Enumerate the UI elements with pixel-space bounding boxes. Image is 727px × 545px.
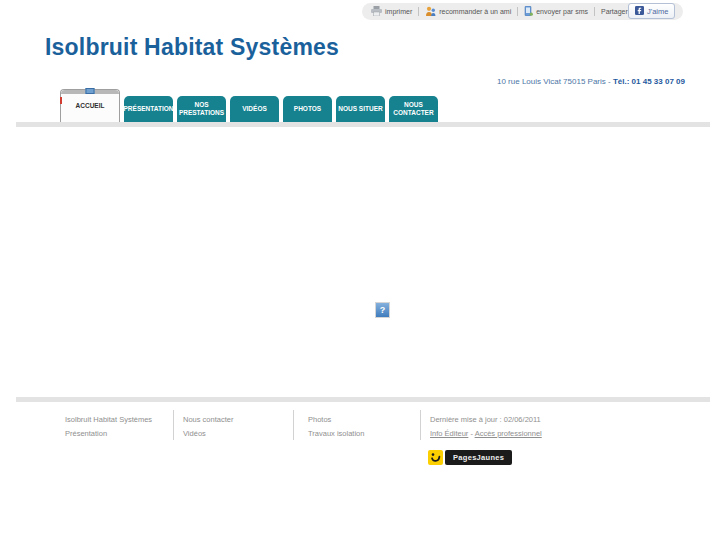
content-top-divider xyxy=(16,122,710,127)
pro-access-link[interactable]: Accès professionnel xyxy=(475,429,542,438)
footer-link-travaux[interactable]: Travaux isolation xyxy=(308,427,364,441)
recommend-button[interactable]: recommander à un ami xyxy=(425,6,511,17)
address-text: 10 rue Louis Vicat 75015 Paris xyxy=(497,77,606,86)
broken-image-icon xyxy=(86,88,95,94)
footer-column-3: Photos Travaux isolation xyxy=(308,413,364,441)
send-sms-button[interactable]: envoyer par sms xyxy=(524,6,588,17)
tab-nous-situer[interactable]: NOUS SITUER xyxy=(336,96,385,122)
toolbar-divider xyxy=(517,7,518,16)
footer-link-contact[interactable]: Nous contacter xyxy=(183,413,233,427)
tab-photos[interactable]: PHOTOS xyxy=(283,96,332,122)
pagesjaunes-smiley-icon xyxy=(428,450,443,465)
toolbar-divider xyxy=(594,7,595,16)
footer-column-4: Dernière mise à jour : 02/06/2011 Info É… xyxy=(430,413,542,441)
last-update-text: Dernière mise à jour : 02/06/2011 xyxy=(430,413,542,427)
recommend-friend-icon xyxy=(425,6,436,17)
facebook-icon xyxy=(635,6,644,17)
tab-presentation[interactable]: PRÉSENTATION xyxy=(124,96,173,122)
broken-image-glyph: ? xyxy=(380,305,386,315)
pagesjaunes-wordmark: PagesJaunes xyxy=(445,450,512,465)
tab-label: VIDÉOS xyxy=(242,105,267,113)
sms-label: envoyer par sms xyxy=(536,8,588,15)
tab-label: NOUS SITUER xyxy=(338,105,382,113)
tab-videos[interactable]: VIDÉOS xyxy=(230,96,279,122)
tab-label: NOS PRESTATIONS xyxy=(179,101,224,118)
footer-link-photos[interactable]: Photos xyxy=(308,413,364,427)
facebook-like-button[interactable]: J'aime xyxy=(628,3,675,19)
tab-accueil[interactable]: ACCUEIL xyxy=(60,89,120,122)
footer-divider xyxy=(173,410,174,440)
footer-link-videos[interactable]: Vidéos xyxy=(183,427,233,441)
printer-icon xyxy=(371,6,382,17)
broken-image-placeholder-icon[interactable]: ? xyxy=(375,302,390,318)
tab-label: PHOTOS xyxy=(294,105,321,113)
phone-number: Tél.: 01 45 33 07 09 xyxy=(613,77,685,86)
like-label: J'aime xyxy=(647,7,668,16)
page: imprimer recommander à un ami envoyer pa… xyxy=(0,0,727,545)
tab-nous-contacter[interactable]: NOUS CONTACTER xyxy=(389,96,438,122)
address-dash: - xyxy=(608,77,611,86)
footer-dash: - xyxy=(470,429,473,438)
pagesjaunes-logo[interactable]: PagesJaunes xyxy=(428,450,512,465)
tab-nos-prestations[interactable]: NOS PRESTATIONS xyxy=(177,96,226,122)
toolbar-divider xyxy=(418,7,419,16)
print-label: imprimer xyxy=(385,8,412,15)
footer-divider xyxy=(420,410,421,440)
tab-label: PRÉSENTATION xyxy=(124,105,174,113)
recommend-label: recommander à un ami xyxy=(439,8,511,15)
print-button[interactable]: imprimer xyxy=(371,6,412,17)
page-title: Isolbruit Habitat Systèmes xyxy=(45,34,339,61)
nav-tabs: ACCUEIL PRÉSENTATION NOS PRESTATIONS VID… xyxy=(60,89,438,122)
broken-image-artifact xyxy=(60,97,62,104)
sms-phone-icon xyxy=(524,6,533,17)
footer-divider xyxy=(293,410,294,440)
tab-label: ACCUEIL xyxy=(76,102,105,110)
footer-column-1: Isolbruit Habitat Systèmes Présentation xyxy=(65,413,152,441)
footer-column-2: Nous contacter Vidéos xyxy=(183,413,233,441)
address-line: 10 rue Louis Vicat 75015 Paris - Tél.: 0… xyxy=(497,77,685,86)
footer-top-divider xyxy=(16,397,710,402)
tab-label: NOUS CONTACTER xyxy=(391,101,436,118)
footer-link-home[interactable]: Isolbruit Habitat Systèmes xyxy=(65,413,152,427)
footer-link-presentation[interactable]: Présentation xyxy=(65,427,152,441)
info-editor-link[interactable]: Info Éditeur xyxy=(430,429,468,438)
